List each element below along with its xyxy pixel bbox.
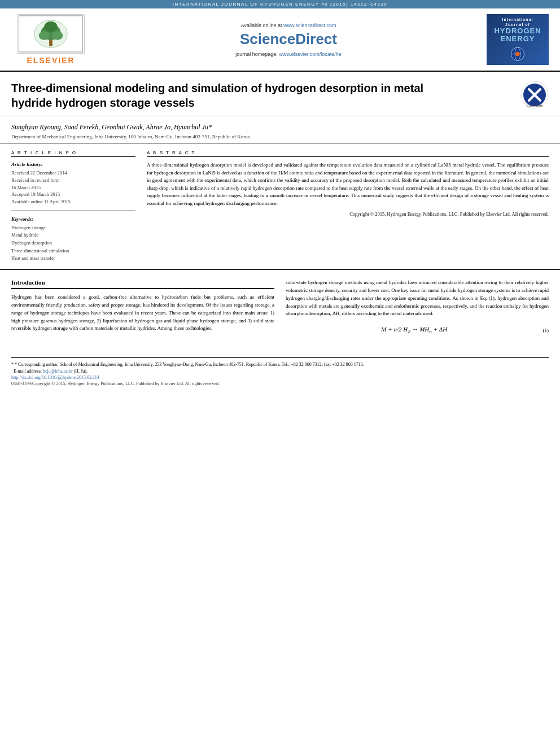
journal-logo-top-text: InternationalJournal of (502, 17, 533, 27)
footnote-section: * * Corresponding author. School of Mech… (11, 357, 549, 386)
keywords-label: Keywords: (11, 216, 135, 222)
abstract-label: A B S T R A C T (147, 150, 549, 157)
article-info-label: A R T I C L E I N F O (11, 150, 135, 157)
journal-logo-main-text: HYDROGENENERGY (494, 27, 541, 43)
equation-block: M + n/2 H2 ↔ MHn + ΔH (1) (286, 324, 549, 337)
main-content: Introduction Hydrogen has been considere… (0, 270, 560, 352)
corresponding-author-note: * * Corresponding author. School of Mech… (11, 361, 549, 368)
elsevier-logo-img (17, 14, 85, 54)
introduction-heading: Introduction (11, 279, 274, 289)
top-banner: ELSEVIER Available online at www.science… (0, 8, 560, 72)
keyword-2: Metal hydride (11, 231, 135, 239)
keyword-1: Hydrogen storage (11, 224, 135, 232)
svg-point-6 (52, 31, 63, 40)
corresponding-text: School of Mechanical Engineering, Inha U… (60, 362, 364, 367)
keyword-3: Hydrogen desorption (11, 239, 135, 247)
history-revised-date: 16 March 2015 (11, 184, 135, 191)
corresponding-label: * Corresponding author. (15, 362, 59, 367)
email-label: E-mail address: (14, 369, 42, 374)
authors-section: Sunghyun Kyoung, Saad Ferekh, Geonhui Gw… (0, 116, 560, 143)
equation-formula: M + n/2 H2 ↔ MHn + ΔH (286, 326, 543, 334)
center-header: Available online at www.sciencedirect.co… (102, 23, 475, 57)
available-online-text: Available online at www.sciencedirect.co… (102, 23, 475, 28)
corresponding-author-marker: * (11, 362, 14, 367)
history-online: Available online 11 April 2015 (11, 198, 135, 206)
journal-logo: InternationalJournal of HYDROGENENERGY (487, 14, 549, 65)
article-info-column: A R T I C L E I N F O Article history: R… (11, 150, 135, 263)
article-title: Three-dimensional modeling and simulatio… (11, 81, 463, 110)
journal-header-text: INTERNATIONAL JOURNAL OF HYDROGEN ENERGY… (173, 2, 388, 7)
email-note: E-mail address: hcju@inha.ac.kr (H. Ju). (11, 368, 549, 375)
keyword-4: Three-dimensional simulation (11, 247, 135, 255)
copyright-text: Copyright © 2015, Hydrogen Energy Public… (147, 211, 549, 218)
article-history-label: Article history: (11, 161, 135, 167)
svg-text:CrossMark: CrossMark (526, 104, 543, 107)
abstract-column: A B S T R A C T A three-dimensional hydr… (147, 150, 549, 263)
divider (11, 210, 135, 211)
article-title-section: Three-dimensional modeling and simulatio… (0, 72, 560, 116)
keyword-5: Heat and mass transfer (11, 255, 135, 263)
email-link[interactable]: hcju@inha.ac.kr (43, 369, 73, 374)
authors-text: Sunghyun Kyoung, Saad Ferekh, Geonhui Gw… (11, 123, 549, 132)
svg-point-12 (515, 51, 520, 56)
history-received: Received 22 December 2014 (11, 169, 135, 177)
email-suffix: (H. Ju). (74, 369, 88, 374)
journal-homepage-link[interactable]: www.elsevier.com/locate/he (279, 51, 342, 57)
journal-header: INTERNATIONAL JOURNAL OF HYDROGEN ENERGY… (0, 0, 560, 8)
sciencedirect-title: ScienceDirect (102, 30, 475, 48)
svg-point-5 (39, 31, 50, 40)
article-info-abstract-section: A R T I C L E I N F O Article history: R… (0, 143, 560, 270)
sciencedirect-link[interactable]: www.sciencedirect.com (283, 23, 336, 28)
affiliation-text: Department of Mechanical Engineering, In… (11, 134, 549, 139)
intro-right-column: solid-state hydrogen storage methods usi… (286, 279, 549, 343)
svg-point-7 (44, 21, 57, 32)
doi-link[interactable]: http://dx.doi.org/10.1016/j.ijhydene.201… (11, 375, 549, 380)
history-revised: Received in revised form (11, 177, 135, 184)
elsevier-brand-text: ELSEVIER (27, 56, 75, 65)
introduction-left-text: Hydrogen has been considered a good, car… (11, 294, 274, 333)
issn-text: 0360-3199/Copyright © 2015, Hydrogen Ene… (11, 381, 549, 386)
intro-left-column: Introduction Hydrogen has been considere… (11, 279, 274, 343)
history-accepted: Accepted 19 March 2015 (11, 191, 135, 198)
introduction-right-text: solid-state hydrogen storage methods usi… (286, 279, 549, 318)
equation-number: (1) (543, 327, 549, 333)
journal-homepage-text: journal homepage: www.elsevier.com/locat… (102, 51, 475, 57)
abstract-text: A three-dimensional hydrogen desorption … (147, 161, 549, 207)
elsevier-logo: ELSEVIER (11, 14, 90, 65)
crossmark-logo[interactable]: CrossMark (520, 81, 549, 110)
svg-rect-3 (49, 40, 53, 46)
